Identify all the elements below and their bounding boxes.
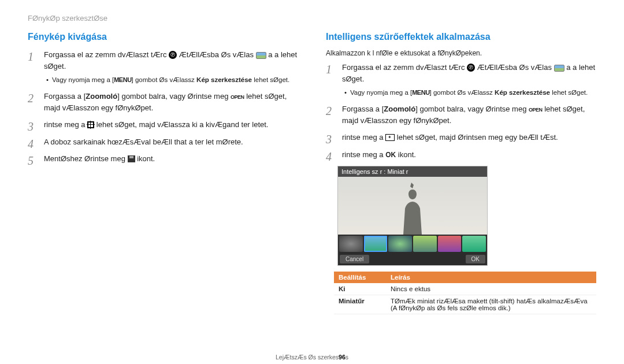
open-icon: OPEN — [529, 107, 543, 113]
page-footer: LejÆtszÆs Øs szerkes96s — [0, 354, 624, 361]
mode-dial-icon — [169, 51, 177, 59]
person-silhouette-icon — [395, 183, 430, 235]
filter-thumb-selected[interactable] — [364, 236, 388, 252]
filter-thumb[interactable] — [438, 236, 462, 252]
left-step-1: Forgassa el az zemm dvÆlaszt tÆrc ÆtÆllÆ… — [28, 49, 298, 85]
left-step-1-sub: Vagy nyomja meg a [MENU] gombot Øs vÆlas… — [46, 75, 298, 85]
table-row: Ki Nincs e ektus — [334, 283, 596, 295]
right-step-3: rintse meg a lehet sØget, majd Ørintsen … — [326, 132, 596, 143]
ok-button[interactable]: OK — [466, 255, 485, 263]
table-row: Miniatűr TØmÆk miniat rizÆlÆsa makett (t… — [334, 295, 596, 314]
left-column: Fénykép kivágása Forgassa el az zemm dvÆ… — [28, 32, 298, 314]
left-step-3: rintse meg a lehet sØget, majd vÆlassza … — [28, 119, 298, 131]
mode-dial-icon — [467, 64, 475, 72]
photo-icon — [554, 65, 564, 72]
right-step-4: rintse meg a OK ikont. — [326, 149, 596, 161]
left-step-4: A doboz sarkainak hœzÆsÆval beÆll that a… — [28, 136, 298, 148]
left-step-5: MentØshez Ørintse meg ikont. — [28, 153, 298, 165]
page-number: 96 — [339, 354, 346, 361]
preview-title: Intelligens sz r : Miniat r — [338, 166, 487, 177]
section-title-crop: Fénykép kivágása — [28, 32, 298, 42]
options-table: Beállítás Leírás Ki Nincs e ektus Miniat… — [334, 272, 596, 314]
left-step-2: Forgassa a [Zoomoló] gombot balra, vagy … — [28, 91, 298, 113]
cancel-button[interactable]: Cancel — [340, 255, 369, 263]
filter-icon — [385, 134, 395, 141]
filter-thumb[interactable] — [462, 236, 486, 252]
open-icon: OPEN — [231, 94, 244, 100]
table-header-setting: Beállítás — [334, 272, 386, 283]
save-icon — [128, 155, 135, 162]
preview-image — [338, 177, 487, 235]
filter-thumb[interactable] — [413, 236, 437, 252]
filter-preview: Intelligens sz r : Miniat r Cancel OK — [337, 166, 488, 266]
filter-thumb[interactable] — [388, 236, 412, 252]
right-step-2: Forgassa a [Zoomoló] gombot balra, vagy … — [326, 103, 596, 126]
right-column: Intelligens szűrőeffektek alkalmazása Al… — [326, 32, 596, 314]
section-title-filters: Intelligens szűrőeffektek alkalmazása — [326, 32, 596, 42]
ok-icon: OK — [385, 151, 396, 159]
intro-text: Alkalmazzon k l nfØle e ektusokat a fØny… — [326, 49, 596, 57]
crop-icon — [87, 121, 94, 128]
menu-icon: MENU — [412, 89, 429, 96]
thumbnail-strip — [338, 235, 487, 253]
breadcrumb: FØnykØp szerkesztØse — [28, 14, 596, 23]
table-header-desc: Leírás — [386, 272, 596, 283]
right-step-1-sub: Vagy nyomja meg a [MENU] gombot Øs vÆlas… — [344, 88, 596, 98]
photo-icon — [256, 52, 266, 59]
menu-icon: MENU — [114, 76, 131, 83]
right-step-1: Forgassa el az zemm dvÆlaszt tÆrc ÆtÆllÆ… — [326, 62, 596, 98]
filter-thumb[interactable] — [339, 236, 363, 252]
